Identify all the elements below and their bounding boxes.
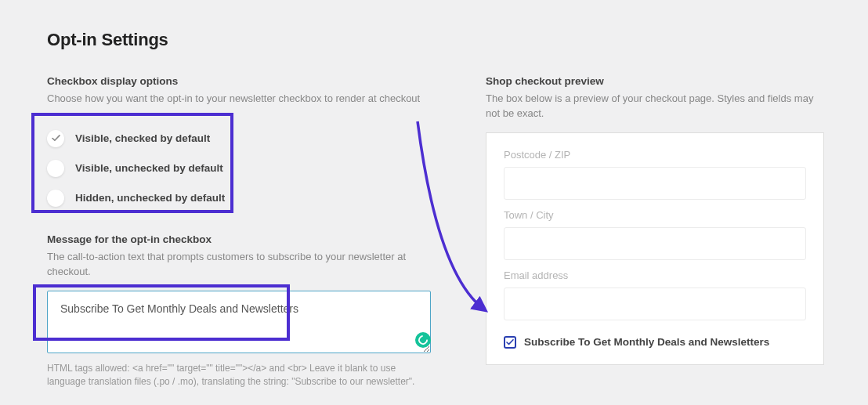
page-title: Opt-in Settings bbox=[47, 30, 824, 50]
preview-email-input bbox=[504, 287, 806, 320]
checkbox-options-heading: Checkbox display options bbox=[47, 75, 439, 87]
preview-subscribe-row: Subscribe To Get Monthly Deals and Newsl… bbox=[504, 336, 806, 349]
radio-group: Visible, checked by default Visible, unc… bbox=[47, 118, 439, 219]
radio-disc-selected bbox=[47, 130, 64, 147]
checkout-preview: Postcode / ZIP Town / City Email address… bbox=[486, 132, 824, 365]
radio-disc bbox=[47, 190, 64, 207]
message-heading: Message for the opt-in checkbox bbox=[47, 233, 439, 245]
check-icon bbox=[506, 339, 514, 345]
preview-postcode-input bbox=[504, 167, 806, 200]
radio-disc bbox=[47, 160, 64, 177]
radio-visible-unchecked[interactable]: Visible, unchecked by default bbox=[47, 154, 439, 183]
message-hint: HTML tags allowed: <a href="" target="" … bbox=[47, 362, 431, 389]
preview-subscribe-label: Subscribe To Get Monthly Deals and Newsl… bbox=[524, 336, 769, 348]
preview-field-label: Town / City bbox=[504, 209, 806, 221]
radio-label: Visible, checked by default bbox=[75, 132, 210, 144]
preview-subscribe-checkbox bbox=[504, 336, 516, 349]
radio-label: Visible, unchecked by default bbox=[75, 162, 223, 174]
radio-visible-checked[interactable]: Visible, checked by default bbox=[47, 124, 439, 154]
preview-field-label: Email address bbox=[504, 269, 806, 281]
radio-label: Hidden, unchecked by default bbox=[75, 192, 225, 204]
optin-message-textarea[interactable] bbox=[47, 291, 431, 353]
checkbox-options-subtext: Choose how you want the opt-in to your n… bbox=[47, 92, 439, 107]
check-icon bbox=[52, 135, 60, 142]
preview-subtext: The box below is a preview of your check… bbox=[486, 92, 824, 121]
message-subtext: The call-to-action text that prompts cus… bbox=[47, 250, 439, 280]
grammarly-icon[interactable] bbox=[415, 332, 431, 348]
radio-hidden-unchecked[interactable]: Hidden, unchecked by default bbox=[47, 183, 439, 213]
preview-heading: Shop checkout preview bbox=[486, 75, 824, 87]
preview-town-input bbox=[504, 227, 806, 260]
preview-field-label: Postcode / ZIP bbox=[504, 149, 806, 161]
